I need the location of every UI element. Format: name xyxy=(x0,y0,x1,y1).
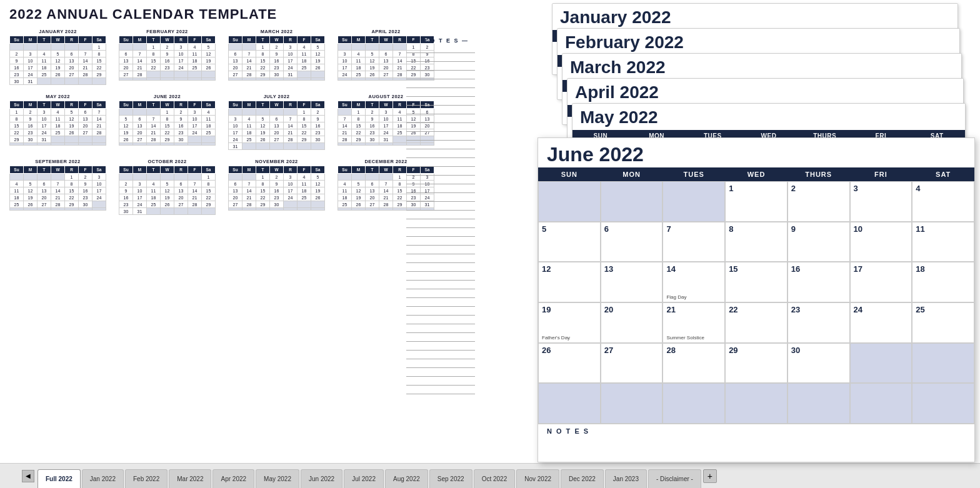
day-cell: 29 xyxy=(202,201,216,208)
day-cell: 1 xyxy=(202,174,216,181)
day-cell: 14 xyxy=(133,57,147,64)
tab-feb-2022[interactable]: Feb 2022 xyxy=(125,469,168,488)
tab---disclaimer--[interactable]: - Disclaimer - xyxy=(648,469,701,488)
day-cell: 7 xyxy=(379,181,393,187)
fmc-cell: 25 xyxy=(912,302,974,343)
day-cell xyxy=(133,109,147,116)
day-cell: 6 xyxy=(65,51,79,57)
tab-mar-2022[interactable]: Mar 2022 xyxy=(169,469,211,488)
notes-section: — N O T E S — xyxy=(406,37,475,394)
fmc-day-number: 16 xyxy=(791,264,846,274)
day-cell: 28 xyxy=(379,201,393,208)
day-cell xyxy=(338,44,352,51)
tab-jul-2022[interactable]: Jul 2022 xyxy=(344,469,384,488)
day-header: M xyxy=(352,36,366,44)
day-cell xyxy=(92,78,106,85)
day-cell: 23 xyxy=(270,64,284,71)
day-cell: 17 xyxy=(284,187,298,194)
day-cell: 1 xyxy=(298,109,311,116)
day-cell: 28 xyxy=(242,201,256,208)
day-cell: 6 xyxy=(270,116,284,122)
tab-jun-2022[interactable]: Jun 2022 xyxy=(301,469,342,488)
fmc-cell: 12 xyxy=(538,262,601,302)
day-cell: 8 xyxy=(161,116,174,122)
day-cell: 5 xyxy=(65,109,79,116)
mini-cal-title: JUNE 2022 xyxy=(119,94,216,99)
full-month-grid: 1234567891011121314Flag Day1516171819Fat… xyxy=(538,181,974,424)
tab-full-2022[interactable]: Full 2022 xyxy=(38,469,81,488)
day-cell: 24 xyxy=(24,71,38,78)
day-cell: 13 xyxy=(133,122,147,129)
day-cell: 14 xyxy=(242,187,256,194)
day-cell xyxy=(242,208,256,211)
note-line xyxy=(406,256,475,263)
add-tab-button[interactable]: + xyxy=(703,469,717,483)
tab-aug-2022[interactable]: Aug 2022 xyxy=(385,469,428,488)
day-cell: 5 xyxy=(256,116,270,122)
day-cell: 27 xyxy=(270,136,284,143)
day-cell xyxy=(188,78,202,81)
fmc-day-number: 27 xyxy=(604,346,659,355)
tab-dec-2022[interactable]: Dec 2022 xyxy=(561,469,604,488)
note-line xyxy=(406,46,475,53)
mini-cal-title: JANUARY 2022 xyxy=(9,29,106,34)
day-cell: 11 xyxy=(51,116,65,122)
day-cell: 3 xyxy=(38,109,51,116)
tab-may-2022[interactable]: May 2022 xyxy=(256,469,299,488)
tab-oct-2022[interactable]: Oct 2022 xyxy=(474,469,516,488)
day-cell xyxy=(256,78,270,81)
fmc-cell xyxy=(662,181,725,222)
day-cell: 16 xyxy=(161,57,174,64)
tab-apr-2022[interactable]: Apr 2022 xyxy=(212,469,254,488)
day-cell: 19 xyxy=(24,194,38,201)
day-cell xyxy=(298,208,311,211)
tab-nov-2022[interactable]: Nov 2022 xyxy=(516,469,559,488)
day-cell: 21 xyxy=(242,64,256,71)
tab-jan-2022[interactable]: Jan 2022 xyxy=(82,469,124,488)
day-cell: 31 xyxy=(379,136,393,143)
day-cell: 11 xyxy=(298,181,311,187)
day-cell: 23 xyxy=(174,129,188,136)
day-cell: 8 xyxy=(256,181,270,187)
day-header: W xyxy=(379,166,393,174)
day-cell: 27 xyxy=(79,129,92,136)
day-header: T xyxy=(147,36,161,44)
notes-label: N O T E S xyxy=(538,424,974,438)
fmc-day-number: 25 xyxy=(916,305,971,314)
note-line xyxy=(406,116,475,123)
day-cell: 10 xyxy=(188,116,202,122)
day-cell xyxy=(256,208,270,211)
day-cell xyxy=(174,208,188,215)
day-header: Sa xyxy=(92,36,106,44)
day-cell: 3 xyxy=(92,174,106,181)
day-cell xyxy=(24,44,38,51)
day-cell xyxy=(174,78,188,81)
day-cell xyxy=(79,143,92,146)
tab-nav-left[interactable]: ◀ xyxy=(22,470,34,482)
fmc-cell: 10 xyxy=(850,222,912,262)
day-cell: 22 xyxy=(256,64,270,71)
notes-lines xyxy=(406,46,475,394)
day-cell: 9 xyxy=(79,181,92,187)
tab-jan-2023[interactable]: Jan 2023 xyxy=(605,469,647,488)
day-cell xyxy=(229,174,242,181)
day-cell xyxy=(311,71,325,78)
fmc-cell: 11 xyxy=(912,222,974,262)
day-cell xyxy=(270,78,284,81)
day-cell: 25 xyxy=(10,201,24,208)
day-header: M xyxy=(24,36,38,44)
note-line xyxy=(406,378,475,386)
fmc-event: Summer Solstice xyxy=(666,335,721,341)
stacked-month-title: May 2022 xyxy=(572,104,965,130)
day-cell xyxy=(229,109,242,116)
day-header: R xyxy=(393,166,407,174)
day-cell: 18 xyxy=(352,64,366,71)
mini-cal-july-2022: JULY 2022SuMTWRFSa1234567891011121314151… xyxy=(228,94,325,150)
day-cell: 2 xyxy=(366,109,379,116)
day-cell xyxy=(92,208,106,211)
tab-sep-2022[interactable]: Sep 2022 xyxy=(429,469,472,488)
day-cell xyxy=(51,78,65,85)
mini-cal-march-2022: MARCH 2022SuMTWRFSa123456789101112131415… xyxy=(228,29,325,85)
day-cell xyxy=(229,44,242,51)
day-cell: 30 xyxy=(270,201,284,208)
